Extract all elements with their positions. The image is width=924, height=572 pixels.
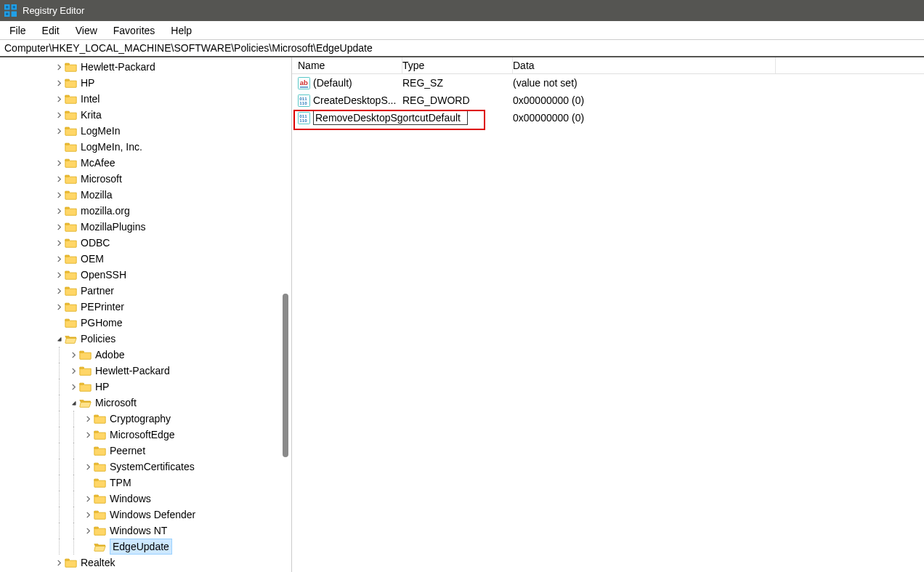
tree-item[interactable]: MozillaPlugins	[0, 219, 291, 235]
chevron-right-icon[interactable]	[54, 78, 64, 88]
tree-item[interactable]: OpenSSH	[0, 267, 291, 283]
tree-item[interactable]: Cryptography	[0, 411, 291, 427]
value-rename-input[interactable]	[313, 110, 468, 125]
tree-item[interactable]: Peernet	[0, 443, 291, 459]
tree-item[interactable]: LogMeIn	[0, 123, 291, 139]
tree-item[interactable]: Microsoft	[0, 395, 291, 411]
tree-item[interactable]: MicrosoftEdge	[0, 427, 291, 443]
chevron-right-icon[interactable]	[54, 62, 64, 72]
menu-edit[interactable]: Edit	[34, 23, 68, 38]
folder-icon	[65, 94, 77, 104]
tree-item[interactable]: ODBC	[0, 235, 291, 251]
chevron-right-icon[interactable]	[54, 126, 64, 136]
chevron-right-icon[interactable]	[54, 110, 64, 120]
column-header-data[interactable]: Data	[513, 57, 776, 73]
tree-item-label: LogMeIn	[81, 124, 120, 138]
tree-item-label: OEM	[81, 251, 104, 266]
chevron-right-icon[interactable]	[54, 158, 64, 168]
value-type: REG_DWORD	[402, 94, 513, 106]
tree-item-label: Microsoft	[95, 395, 137, 410]
chevron-right-icon[interactable]	[68, 382, 78, 392]
chevron-right-icon[interactable]	[54, 94, 64, 104]
tree-item-label: McAfee	[81, 156, 115, 170]
tree-item[interactable]: LogMeIn, Inc.	[0, 139, 291, 155]
chevron-down-icon[interactable]	[54, 334, 64, 344]
chevron-right-icon[interactable]	[83, 430, 93, 440]
tree-item[interactable]: Hewlett-Packard	[0, 59, 291, 75]
chevron-right-icon[interactable]	[83, 525, 93, 536]
expander-placeholder	[83, 541, 93, 552]
tree-item[interactable]: McAfee	[0, 155, 291, 171]
value-row-createdesktop[interactable]: CreateDesktopS... REG_DWORD 0x00000000 (…	[292, 92, 924, 109]
tree-item[interactable]: Windows	[0, 491, 291, 507]
chevron-right-icon[interactable]	[54, 286, 64, 296]
chevron-right-icon[interactable]	[54, 190, 64, 200]
chevron-right-icon[interactable]	[83, 414, 93, 424]
chevron-right-icon[interactable]	[54, 174, 64, 184]
chevron-right-icon[interactable]	[54, 238, 64, 248]
tree-item[interactable]: Windows Defender	[0, 507, 291, 523]
tree-item[interactable]: Policies	[0, 331, 291, 347]
column-header-name[interactable]: Name	[292, 57, 402, 73]
folder-icon	[94, 494, 106, 504]
tree-item-label: Krita	[81, 108, 102, 122]
registry-tree[interactable]: Hewlett-PackardHPIntelKritaLogMeInLogMeI…	[0, 57, 291, 571]
window-title: Registry Editor	[23, 5, 84, 16]
value-row-default[interactable]: (Default) REG_SZ (value not set)	[292, 74, 924, 92]
tree-item[interactable]: Krita	[0, 107, 291, 123]
tree-item[interactable]: Intel	[0, 91, 291, 107]
chevron-right-icon[interactable]	[68, 350, 78, 360]
menu-help[interactable]: Help	[163, 23, 200, 38]
tree-scrollbar-thumb[interactable]	[283, 294, 288, 457]
tree-item[interactable]: PGHome	[0, 315, 291, 331]
value-name: CreateDesktopS...	[313, 94, 396, 106]
tree-item[interactable]: Microsoft	[0, 171, 291, 187]
tree-item[interactable]: PEPrinter	[0, 299, 291, 315]
folder-icon	[65, 286, 77, 296]
folder-icon	[94, 446, 106, 456]
tree-item[interactable]: Realtek	[0, 555, 291, 571]
tree-item[interactable]: mozilla.org	[0, 203, 291, 219]
tree-item[interactable]: TPM	[0, 475, 291, 491]
chevron-down-icon[interactable]	[68, 398, 78, 408]
chevron-right-icon[interactable]	[54, 206, 64, 216]
chevron-right-icon[interactable]	[83, 462, 93, 472]
value-row-editing[interactable]: 0x00000000 (0)	[292, 109, 924, 126]
tree-item[interactable]: HP	[0, 75, 291, 91]
chevron-right-icon[interactable]	[68, 366, 78, 376]
column-header-type[interactable]: Type	[402, 57, 513, 73]
folder-icon	[94, 462, 106, 472]
folder-open-icon	[94, 541, 106, 552]
menu-file[interactable]: File	[1, 23, 34, 38]
tree-item[interactable]: HP	[0, 379, 291, 395]
chevron-right-icon[interactable]	[83, 494, 93, 504]
tree-item[interactable]: OEM	[0, 251, 291, 267]
chevron-right-icon[interactable]	[83, 509, 93, 520]
folder-icon	[65, 174, 77, 184]
address-bar[interactable]: Computer\HKEY_LOCAL_MACHINE\SOFTWARE\Pol…	[0, 40, 924, 57]
chevron-right-icon[interactable]	[54, 222, 64, 232]
menu-view[interactable]: View	[68, 23, 105, 38]
expander-placeholder	[54, 142, 64, 152]
tree-pane[interactable]: Hewlett-PackardHPIntelKritaLogMeInLogMeI…	[0, 57, 292, 572]
details-pane[interactable]: Name Type Data (Default) REG_SZ (value n…	[292, 57, 924, 572]
tree-item[interactable]: EdgeUpdate	[0, 539, 291, 555]
chevron-right-icon[interactable]	[54, 302, 64, 312]
tree-item-label: Policies	[81, 331, 115, 346]
tree-item[interactable]: Hewlett-Packard	[0, 363, 291, 379]
folder-icon	[65, 222, 77, 232]
tree-item[interactable]: Mozilla	[0, 187, 291, 203]
menu-bar: File Edit View Favorites Help	[0, 21, 924, 40]
tree-item-label: TPM	[110, 475, 131, 490]
chevron-right-icon[interactable]	[54, 254, 64, 264]
chevron-right-icon[interactable]	[54, 270, 64, 280]
tree-item[interactable]: SystemCertificates	[0, 459, 291, 475]
folder-icon	[65, 254, 77, 264]
tree-item[interactable]: Partner	[0, 283, 291, 299]
tree-item[interactable]: Windows NT	[0, 523, 291, 539]
folder-icon	[65, 190, 77, 200]
folder-icon	[65, 62, 77, 72]
tree-item[interactable]: Adobe	[0, 347, 291, 363]
chevron-right-icon[interactable]	[54, 557, 64, 568]
menu-favorites[interactable]: Favorites	[105, 23, 163, 38]
